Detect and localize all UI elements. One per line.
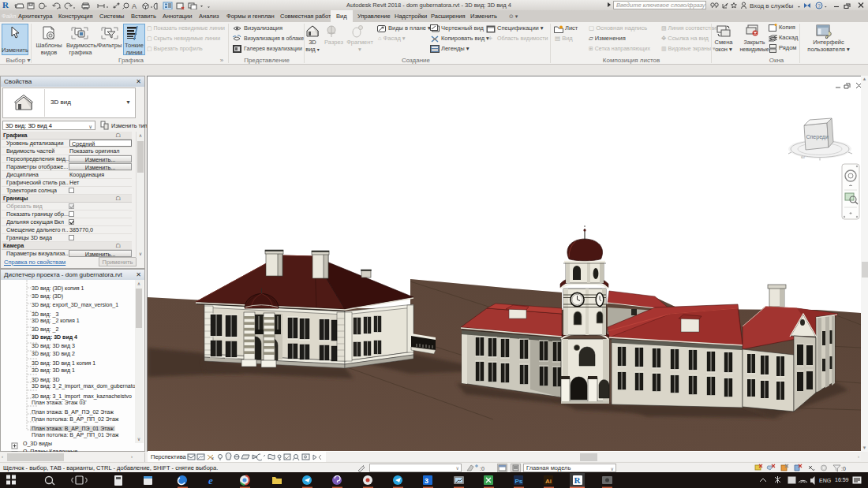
svg-text:Ai: Ai [545, 478, 552, 485]
svg-text:Вход в службы: Вход в службы [750, 2, 794, 9]
svg-text:юг: юг [801, 155, 806, 159]
svg-text:Спереди: Спереди [806, 134, 829, 140]
svg-text:?: ? [817, 3, 821, 9]
svg-text:A: A [132, 2, 137, 9]
svg-text::0: :0 [841, 466, 846, 471]
svg-text::0: :0 [480, 466, 485, 471]
svg-text:Ps: Ps [515, 478, 523, 485]
svg-text:3: 3 [425, 477, 428, 485]
svg-text:x: x [211, 456, 214, 460]
svg-text:ENG: ENG [819, 478, 831, 483]
svg-text:R: R [574, 475, 582, 485]
svg-text:e: e [208, 475, 213, 486]
